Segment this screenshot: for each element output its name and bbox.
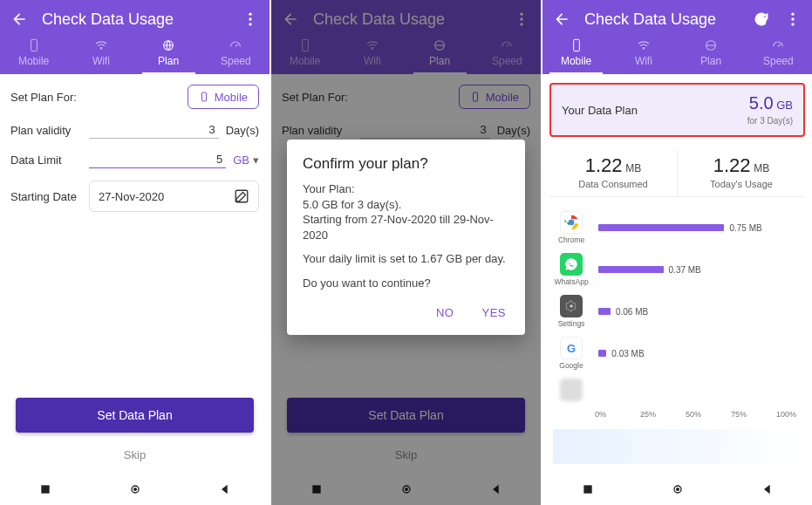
header-title: Check Data Usage (313, 10, 511, 29)
app-usage-list: Chrome 0.75 MB WhatsApp 0.37 MB Settings… (542, 201, 812, 422)
app-row-chrome[interactable]: Chrome 0.75 MB (553, 211, 802, 244)
nav-home-icon[interactable] (399, 482, 413, 496)
dialog-question: Do you want to continue? (303, 276, 509, 291)
set-data-plan-button[interactable]: Set Data Plan (16, 398, 254, 433)
nav-home-icon[interactable] (128, 482, 142, 496)
svg-point-23 (791, 23, 794, 25)
plan-label: Your Data Plan (562, 104, 638, 117)
mobile-icon (568, 38, 585, 52)
tab-mobile[interactable]: Mobile (542, 33, 610, 74)
edit-icon (234, 188, 249, 204)
svg-point-12 (520, 17, 522, 20)
svg-point-2 (249, 23, 251, 25)
app-row-google[interactable]: GGoogle 0.03 MB (553, 337, 802, 370)
mobile-small-icon (199, 90, 209, 104)
usage-bar (598, 266, 664, 273)
screen-plan-form: Check Data Usage Mobile Wifi Plan Speed … (0, 0, 270, 505)
plan-form-body: Set Plan For: Mobile Plan validity 3 Day… (0, 74, 270, 474)
tab-wifi[interactable]: Wifi (67, 33, 134, 74)
usage-bar (598, 308, 611, 315)
refresh-icon (753, 10, 770, 28)
starting-date-field[interactable]: 27-Nov-2020 (89, 181, 259, 212)
svg-point-25 (643, 48, 645, 50)
tab-speed[interactable]: Speed (745, 33, 812, 74)
nav-recent-icon[interactable] (310, 482, 324, 496)
svg-point-15 (372, 48, 373, 50)
app-header: Check Data Usage Mobile Wifi Plan Speed (271, 0, 541, 74)
overflow-menu-button[interactable] (782, 9, 803, 30)
data-limit-input[interactable]: 5 (89, 151, 226, 168)
tab-bar: Mobile Wifi Plan Speed (0, 33, 270, 74)
app-row-settings[interactable]: Settings 0.06 MB (553, 295, 802, 328)
globe-icon (702, 38, 720, 52)
tab-plan[interactable]: Plan (678, 33, 745, 74)
plan-validity-unit: Day(s) (226, 124, 259, 137)
globe-icon (160, 38, 177, 52)
dialog-daily-limit: Your daily limit is set to 1.67 GB per d… (303, 251, 509, 267)
data-limit-label: Data Limit (10, 154, 89, 167)
svg-point-0 (249, 13, 251, 16)
tab-wifi: Wifi (338, 33, 406, 74)
dialog-no-button[interactable]: NO (433, 299, 458, 326)
more-vert-icon (784, 10, 802, 28)
svg-rect-24 (573, 39, 579, 51)
back-button[interactable] (9, 9, 30, 30)
tab-wifi[interactable]: Wifi (610, 33, 677, 74)
svg-rect-17 (473, 92, 477, 101)
usage-bar (598, 350, 606, 357)
plan-validity-input[interactable]: 3 (89, 121, 219, 139)
svg-point-20 (405, 488, 408, 491)
app-row-blurred (553, 379, 802, 401)
settings-icon (560, 295, 583, 317)
mobile-icon (297, 38, 314, 52)
screen-confirm-dialog: Check Data Usage Mobile Wifi Plan Speed … (271, 0, 541, 505)
arrow-left-icon (282, 10, 299, 28)
back-button[interactable] (551, 9, 572, 30)
tab-plan: Plan (406, 33, 474, 74)
svg-rect-14 (302, 39, 308, 51)
tab-plan[interactable]: Plan (135, 33, 202, 74)
app-header: Check Data Usage Mobile Wifi Plan Speed (542, 0, 812, 74)
whatsapp-icon (560, 253, 583, 276)
wifi-icon (635, 38, 652, 52)
svg-point-4 (100, 48, 102, 50)
svg-point-32 (676, 488, 679, 491)
refresh-button[interactable] (751, 9, 772, 30)
dialog-title: Confirm your plan? (303, 155, 509, 173)
tab-speed[interactable]: Speed (202, 33, 270, 74)
svg-rect-18 (312, 485, 320, 493)
skip-button[interactable]: Skip (10, 441, 259, 474)
tab-mobile[interactable]: Mobile (0, 33, 67, 74)
svg-rect-3 (31, 39, 37, 51)
mobile-icon (25, 38, 43, 52)
plan-for-chip[interactable]: Mobile (188, 85, 259, 109)
nav-back-icon[interactable] (761, 482, 774, 496)
tab-mobile: Mobile (271, 33, 338, 74)
svg-point-21 (791, 13, 794, 16)
screen-usage-overview: Check Data Usage Mobile Wifi Plan Speed … (542, 0, 812, 505)
data-plan-summary-card[interactable]: Your Data Plan 5.0 GB for 3 Day(s) (549, 83, 805, 137)
svg-point-13 (520, 23, 522, 25)
nav-back-icon[interactable] (218, 482, 232, 496)
set-plan-for-label: Set Plan For: (10, 91, 89, 104)
wifi-icon (92, 38, 110, 52)
dialog-yes-button[interactable]: YES (478, 299, 509, 326)
speed-icon (498, 38, 515, 52)
app-row-whatsapp[interactable]: WhatsApp 0.37 MB (553, 253, 802, 286)
header-title: Check Data Usage (584, 10, 751, 29)
nav-recent-icon[interactable] (581, 482, 595, 496)
starting-date-label: Starting Date (10, 190, 89, 203)
system-nav-bar (0, 474, 270, 505)
stat-data-consumed: 1.22 MB Data Consumed (549, 149, 678, 196)
speed-icon (227, 38, 244, 52)
nav-back-icon[interactable] (489, 482, 503, 496)
globe-icon (431, 38, 448, 52)
data-limit-unit-dropdown[interactable]: GB (233, 154, 249, 167)
mobile-small-icon (470, 90, 481, 104)
overflow-menu-button[interactable] (240, 9, 261, 30)
chevron-down-icon: ▾ (253, 154, 259, 167)
nav-recent-icon[interactable] (38, 482, 52, 496)
svg-point-11 (520, 13, 522, 16)
svg-rect-7 (235, 190, 248, 202)
nav-home-icon[interactable] (671, 482, 685, 496)
